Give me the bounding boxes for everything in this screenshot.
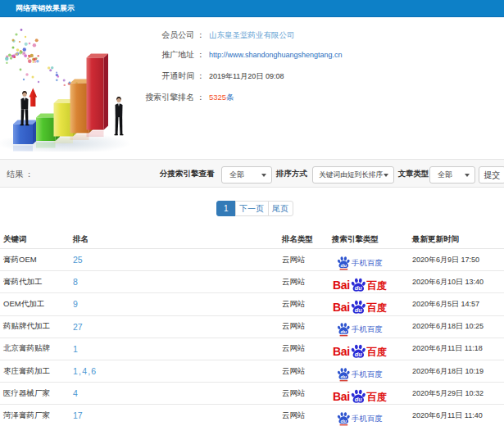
svg-text:Bai: Bai [333, 345, 350, 358]
svg-text:du: du [340, 329, 347, 334]
svg-text:du: du [355, 351, 363, 358]
svg-text:百度: 百度 [366, 392, 388, 403]
svg-text:百度: 百度 [366, 302, 388, 314]
svg-text:du: du [355, 396, 363, 403]
svg-text:du: du [355, 284, 363, 292]
svg-text:du: du [340, 261, 347, 267]
svg-text:du: du [355, 306, 363, 314]
svg-text:Bai: Bai [333, 278, 350, 291]
svg-text:手机百度: 手机百度 [352, 258, 383, 267]
svg-text:手机百度: 手机百度 [352, 369, 383, 378]
svg-text:手机百度: 手机百度 [352, 324, 383, 333]
svg-text:du: du [340, 373, 347, 378]
svg-text:Bai: Bai [333, 301, 350, 314]
svg-text:du: du [340, 418, 347, 424]
svg-text:手机百度: 手机百度 [352, 414, 383, 423]
svg-text:百度: 百度 [366, 347, 388, 358]
svg-text:百度: 百度 [366, 280, 388, 292]
svg-text:Bai: Bai [333, 389, 350, 402]
